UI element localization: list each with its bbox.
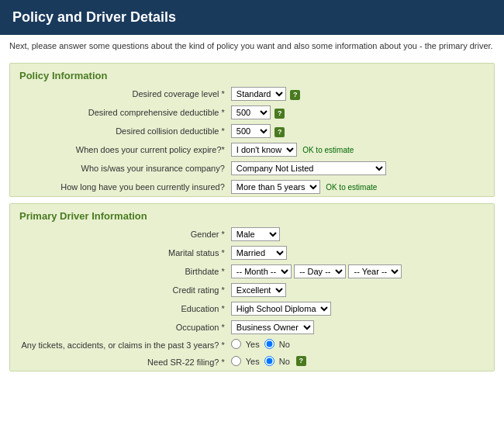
field-sr22: Need SR-22 filing? * Yes No ? bbox=[10, 354, 494, 371]
driver-section-title: Primary Driver Information bbox=[10, 204, 494, 225]
coverage-level-select[interactable]: Standard Basic Premium bbox=[231, 87, 286, 101]
field-tickets-accidents: Any tickets, accidents, or claims in the… bbox=[10, 337, 494, 354]
tickets-accidents-no-label: No bbox=[279, 340, 290, 349]
credit-rating-label: Credit rating * bbox=[10, 281, 228, 299]
sr22-radio-group: Yes No ? bbox=[231, 356, 306, 366]
tickets-accidents-label: Any tickets, accidents, or claims in the… bbox=[10, 337, 228, 354]
tickets-accidents-yes-radio[interactable] bbox=[231, 339, 241, 349]
sr22-yes-radio[interactable] bbox=[231, 356, 241, 366]
birthdate-day-select[interactable]: -- Day -- bbox=[294, 264, 346, 278]
collision-deductible-label: Desired collision deductible * bbox=[10, 122, 228, 140]
tickets-accidents-yes-label: Yes bbox=[246, 340, 260, 349]
education-select[interactable]: High School Diploma Some College Bachelo… bbox=[231, 302, 331, 316]
gender-select[interactable]: Male Female bbox=[231, 227, 280, 241]
driver-section: Primary Driver Information Gender * Male… bbox=[9, 203, 495, 371]
education-label: Education * bbox=[10, 299, 228, 318]
birthdate-label: Birthdate * bbox=[10, 262, 228, 281]
policy-expire-label: When does your current policy expire?* bbox=[10, 140, 228, 159]
sr22-help-icon[interactable]: ? bbox=[296, 356, 306, 366]
page-subtext: Next, please answer some questions about… bbox=[0, 35, 504, 57]
collision-help-icon[interactable]: ? bbox=[274, 127, 285, 137]
coverage-level-label: Desired coverage level * bbox=[10, 85, 228, 103]
policy-expire-ok-estimate: OK to estimate bbox=[302, 146, 354, 154]
comprehensive-help-icon[interactable]: ? bbox=[274, 109, 285, 119]
field-credit-rating: Credit rating * Excellent Good Fair Poor bbox=[10, 281, 494, 299]
occupation-select[interactable]: Business Owner Employee Self-employed Re… bbox=[231, 320, 314, 334]
sr22-no-radio[interactable] bbox=[264, 356, 274, 366]
insured-duration-ok-estimate: OK to estimate bbox=[326, 183, 377, 192]
field-marital-status: Marital status * Married Single Divorced… bbox=[10, 244, 494, 262]
tickets-accidents-radio-group: Yes No bbox=[231, 339, 290, 349]
comprehensive-deductible-label: Desired comprehensive deductible * bbox=[10, 103, 228, 122]
marital-status-label: Marital status * bbox=[10, 244, 228, 262]
field-birthdate: Birthdate * -- Month -- -- Day -- -- Yea… bbox=[10, 262, 494, 281]
comprehensive-deductible-select[interactable]: 500 250 1000 bbox=[231, 105, 271, 119]
insurance-company-label: Who is/was your insurance company? bbox=[10, 159, 228, 178]
field-collision-deductible: Desired collision deductible * 500 250 1… bbox=[10, 122, 494, 140]
credit-rating-select[interactable]: Excellent Good Fair Poor bbox=[231, 283, 286, 297]
gender-label: Gender * bbox=[10, 225, 228, 244]
field-insured-duration: How long have you been currently insured… bbox=[10, 178, 494, 196]
insured-duration-label: How long have you been currently insured… bbox=[10, 178, 228, 196]
policy-section: Policy Information Desired coverage leve… bbox=[9, 63, 495, 197]
birthdate-month-select[interactable]: -- Month -- bbox=[231, 264, 292, 278]
insurance-company-select[interactable]: Company Not Listed Company Listed bbox=[231, 161, 386, 175]
field-policy-expire: When does your current policy expire?* I… bbox=[10, 140, 494, 159]
field-coverage-level: Desired coverage level * Standard Basic … bbox=[10, 85, 494, 103]
policy-section-title: Policy Information bbox=[10, 64, 494, 85]
sr22-yes-label: Yes bbox=[246, 357, 260, 366]
occupation-label: Occupation * bbox=[10, 318, 228, 337]
field-insurance-company: Who is/was your insurance company? Compa… bbox=[10, 159, 494, 178]
sr22-no-label: No bbox=[279, 357, 290, 366]
coverage-help-icon[interactable]: ? bbox=[290, 90, 300, 100]
page-title: Policy and Driver Details bbox=[12, 9, 176, 25]
field-gender: Gender * Male Female bbox=[10, 225, 494, 244]
marital-status-select[interactable]: Married Single Divorced Widowed bbox=[231, 246, 287, 260]
collision-deductible-select[interactable]: 500 250 1000 bbox=[231, 124, 271, 138]
insured-duration-select[interactable]: More than 5 years Less than 1 year 1-2 y… bbox=[231, 180, 320, 194]
policy-expire-select[interactable]: I don't know 1 month 3 months 6 months bbox=[231, 143, 297, 157]
birthdate-year-select[interactable]: -- Year -- bbox=[348, 264, 402, 278]
tickets-accidents-no-radio[interactable] bbox=[264, 339, 274, 349]
field-occupation: Occupation * Business Owner Employee Sel… bbox=[10, 318, 494, 337]
sr22-label: Need SR-22 filing? * bbox=[10, 354, 228, 371]
page-header: Policy and Driver Details bbox=[0, 0, 504, 35]
field-education: Education * High School Diploma Some Col… bbox=[10, 299, 494, 318]
field-comprehensive-deductible: Desired comprehensive deductible * 500 2… bbox=[10, 103, 494, 122]
